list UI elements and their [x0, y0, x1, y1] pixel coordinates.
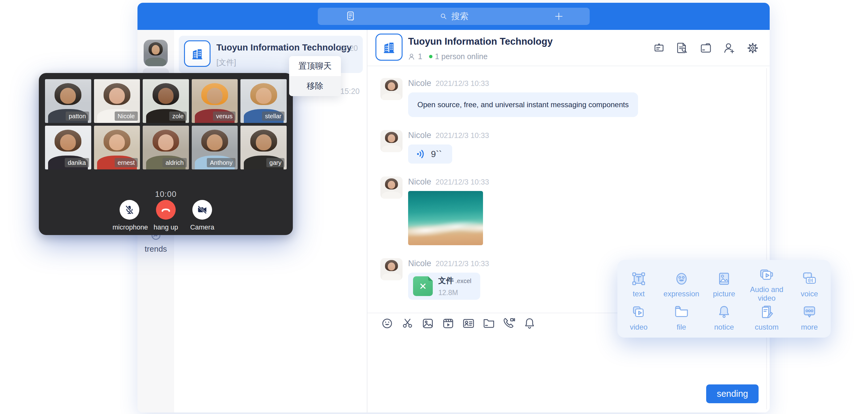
chat-header-actions [653, 41, 759, 55]
beach-photo[interactable] [408, 191, 483, 245]
members-icon [407, 53, 415, 61]
chat-record-search-icon[interactable] [676, 41, 689, 55]
bell-icon[interactable] [523, 317, 536, 330]
chat-main: Tuoyun Information Technology 1 1 person… [367, 30, 770, 412]
message-time: 2021/12/3 10:33 [436, 178, 489, 186]
text-icon [630, 270, 647, 287]
notice-icon [716, 304, 733, 320]
panel-item-more[interactable]: more [801, 304, 818, 331]
add-member-icon[interactable] [723, 41, 736, 55]
video-tile: Anthony [192, 126, 238, 169]
avatar[interactable] [380, 78, 403, 100]
context-menu-item[interactable]: 移除 [289, 76, 341, 96]
panel-item-file[interactable]: file [673, 304, 690, 331]
participant-name: venus [213, 112, 236, 121]
picture-icon[interactable] [421, 317, 435, 330]
voice-wave-icon [415, 149, 426, 159]
voice-icon [801, 270, 818, 287]
participant-name: zole [169, 112, 187, 121]
sender-name: Nicole [408, 177, 431, 187]
voice-duration: 9`` [431, 149, 442, 159]
video-tile: ernest [94, 126, 140, 169]
avatar[interactable] [380, 130, 403, 152]
voice-bubble[interactable]: 9`` [408, 145, 452, 164]
panel-item-expression[interactable]: expression [664, 270, 700, 298]
scissors-icon[interactable] [401, 317, 414, 330]
call-control: hang up [149, 200, 183, 231]
add-icon[interactable] [553, 10, 565, 23]
panel-item-notice[interactable]: notice [714, 304, 734, 331]
video-icon[interactable] [441, 317, 455, 330]
group-avatar-icon [375, 34, 403, 61]
call-control: Camera [185, 200, 219, 231]
expression-icon [673, 270, 690, 287]
scrollbar[interactable] [766, 68, 767, 409]
excel-file-icon: ✕ [413, 276, 433, 296]
camera-muted-button[interactable] [192, 200, 212, 220]
panel-item-picture[interactable]: picture [713, 270, 735, 298]
call-control-label: hang up [149, 223, 183, 231]
search-placeholder: 搜索 [451, 10, 468, 22]
video-tile: aldrich [143, 126, 189, 169]
contact-card-icon[interactable] [462, 317, 475, 330]
video-tile-grid: pattonNicolezolevenusstellardanikaernest… [45, 79, 287, 169]
panel-item-text[interactable]: text [630, 270, 647, 298]
panel-item-audio-and-video[interactable]: Audio and video [745, 266, 788, 302]
search-input[interactable]: 搜索 [318, 8, 590, 25]
more-icon [801, 304, 818, 320]
video-tile: zole [143, 79, 189, 123]
audio-video-icon [758, 266, 775, 283]
message-type-panel: textexpressionpictureAudio and videovoic… [617, 260, 831, 338]
settings-gear-icon[interactable] [746, 41, 759, 55]
video-call-overlay: pattonNicolezolevenusstellardanikaernest… [39, 73, 293, 235]
announcement-board-icon[interactable] [653, 41, 665, 55]
call-controls: microphonehang upCamera [39, 200, 293, 231]
avatar[interactable] [380, 258, 403, 280]
participant-name: Nicole [115, 112, 138, 121]
message-voice: Nicole 2021/12/3 10:33 9`` [380, 130, 757, 164]
panel-item-video[interactable]: video [630, 304, 648, 331]
search-bar: 搜索 [318, 8, 590, 25]
file-bubble[interactable]: ✕ 文件.excel 12.8M [408, 273, 480, 300]
stage: { "colors": { "accent": "#2376E9", "bubb… [0, 0, 868, 414]
participant-name: patton [66, 112, 89, 121]
call-timer: 10:00 [39, 189, 293, 199]
panel-item-custom[interactable]: custom [755, 304, 779, 331]
text-bubble[interactable]: Open source, free, and universal instant… [408, 92, 638, 117]
video-tile: patton [45, 79, 91, 123]
conversation-time: 15:20 [338, 44, 358, 53]
trends-label: trends [137, 244, 174, 254]
participant-name: aldrich [162, 158, 187, 167]
send-button[interactable]: sending [706, 384, 758, 403]
search-icon [439, 12, 448, 21]
online-status: 1 person online [435, 52, 488, 61]
message-time: 2021/12/3 10:33 [436, 259, 489, 268]
participant-name: stellar [262, 112, 284, 121]
avatar[interactable] [144, 40, 168, 66]
participant-name: gary [266, 158, 284, 167]
avatar[interactable] [380, 177, 403, 199]
panel-file-icon [673, 304, 690, 320]
mic-muted-button[interactable] [120, 200, 139, 220]
message-image: Nicole 2021/12/3 10:33 [380, 177, 757, 245]
context-menu-item[interactable]: 置顶聊天 [289, 56, 341, 76]
context-menu: 置顶聊天移除 [289, 56, 341, 96]
video-tile: gary [241, 126, 287, 169]
video-tile: venus [192, 79, 238, 123]
folder-icon[interactable] [482, 317, 496, 330]
video-call-icon[interactable] [502, 317, 516, 330]
emoji-icon[interactable] [380, 317, 394, 330]
video-tile: stellar [241, 79, 287, 123]
conversation-time: 15:20 [340, 87, 360, 96]
message-input-area[interactable]: sending [367, 333, 770, 412]
conversation-last-message: [文件] [216, 57, 236, 67]
participant-name: Anthony [207, 158, 236, 167]
file-folder-icon[interactable] [700, 41, 712, 55]
video-tile: danika [45, 126, 91, 169]
hang-up-button[interactable] [156, 200, 176, 220]
panel-item-voice[interactable]: voice [801, 270, 818, 298]
participant-name: ernest [115, 158, 138, 167]
message-time: 2021/12/3 10:33 [436, 131, 489, 140]
member-count: 1 [418, 52, 422, 61]
call-control-label: Camera [185, 223, 219, 231]
